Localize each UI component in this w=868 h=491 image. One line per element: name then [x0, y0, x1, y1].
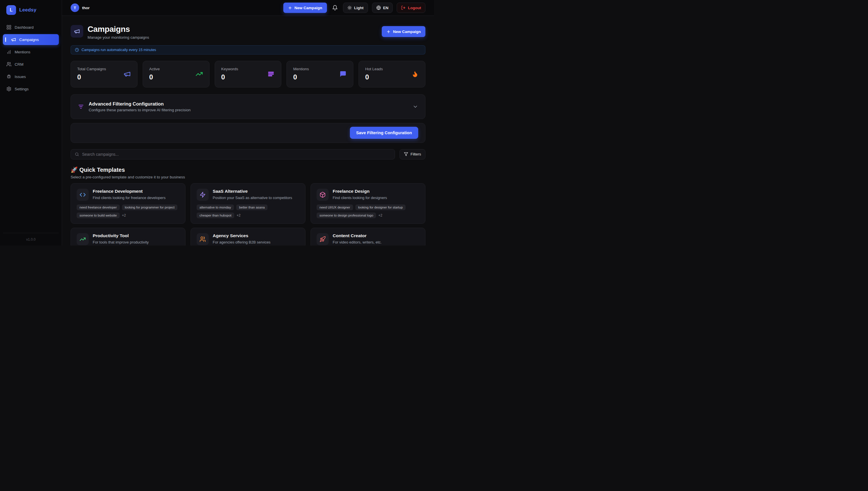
template-tag: better than asana — [236, 204, 268, 210]
theme-toggle-button[interactable]: Light — [343, 3, 368, 13]
template-tag-more: +2 — [378, 213, 382, 218]
filters-button[interactable]: Filters — [400, 149, 425, 160]
stat-value: 0 — [365, 73, 383, 81]
code-icon — [80, 192, 86, 198]
globe-icon — [376, 5, 381, 10]
list-rows-icon — [267, 70, 275, 78]
template-card-productivity-tool[interactable]: Productivity Tool For tools that improve… — [71, 228, 185, 246]
template-icon-box — [317, 189, 329, 201]
template-description: For tools that improve productivity — [93, 240, 149, 244]
topbar: T thor New Campaign Light EN Logout — [62, 0, 434, 16]
stat-label: Mentions — [293, 67, 309, 71]
sidebar-item-settings[interactable]: Settings — [3, 83, 59, 94]
template-description: Find clients looking for freelance devel… — [93, 196, 166, 200]
trending-up-icon — [195, 70, 203, 78]
template-tag: cheaper than hubspot — [197, 212, 234, 218]
template-description: For video editors, writers, etc. — [333, 240, 382, 244]
theme-label: Light — [354, 6, 364, 10]
notifications-button[interactable] — [331, 4, 339, 12]
stat-card-keywords: Keywords 0 — [215, 61, 281, 87]
quick-templates-subtitle: Select a pre-configured template and cus… — [71, 175, 425, 179]
search-icon — [75, 152, 79, 156]
new-campaign-label: New Campaign — [393, 30, 421, 34]
stat-value: 0 — [77, 73, 106, 81]
template-card-freelance-design[interactable]: Freelance Design Find clients looking fo… — [310, 183, 425, 224]
gear-icon — [6, 86, 11, 91]
sidebar-item-campaigns[interactable]: Campaigns — [3, 34, 59, 45]
new-campaign-button-topbar[interactable]: New Campaign — [283, 3, 327, 13]
stat-label: Keywords — [221, 67, 238, 71]
flame-icon — [411, 70, 419, 78]
save-filtering-panel: Save Filtering Configuration — [71, 123, 425, 143]
bell-icon — [332, 5, 338, 10]
stat-value: 0 — [149, 73, 160, 81]
sidebar-item-dashboard[interactable]: Dashboard — [3, 22, 59, 33]
username: thor — [82, 6, 89, 10]
template-description: Find clients looking for designers — [333, 196, 387, 200]
template-title: Freelance Design — [333, 189, 387, 194]
stat-card-total-campaigns: Total Campaigns 0 — [71, 61, 137, 87]
brand-name: Leedsy — [19, 7, 36, 13]
search-input[interactable] — [82, 152, 391, 156]
template-description: For agencies offering B2B services — [213, 240, 270, 244]
stat-label: Active — [149, 67, 160, 71]
plus-icon — [288, 6, 292, 10]
language-button[interactable]: EN — [372, 3, 393, 13]
brand[interactable]: L Leedsy — [3, 0, 59, 22]
page-title: Campaigns — [87, 25, 149, 34]
sidebar-nav: Dashboard Campaigns Mentions CRM Issues … — [3, 22, 59, 94]
chevron-down-icon — [412, 104, 418, 110]
template-tag: need freelance developer — [77, 204, 120, 210]
template-tag-more: +2 — [237, 213, 241, 218]
new-campaign-button-header[interactable]: New Campaign — [382, 26, 425, 37]
sidebar-item-label: Settings — [15, 87, 29, 91]
users-icon — [199, 236, 206, 242]
megaphone-icon — [74, 28, 80, 34]
save-filtering-button[interactable]: Save Filtering Configuration — [350, 127, 418, 139]
template-tag: alternative to monday — [197, 204, 234, 210]
sidebar-item-label: CRM — [15, 62, 24, 66]
app-version: v1.0.0 — [3, 233, 59, 246]
filters-label: Filters — [410, 152, 421, 156]
sidebar-item-label: Mentions — [15, 50, 30, 54]
template-icon-box — [77, 233, 89, 245]
users-icon — [6, 62, 11, 67]
quick-templates-title: 🚀 Quick Templates — [71, 166, 425, 173]
template-title: SaaS Alternative — [213, 189, 292, 194]
sidebar-item-crm[interactable]: CRM — [3, 59, 59, 70]
sidebar-item-label: Dashboard — [15, 25, 34, 30]
advanced-filtering-panel[interactable]: Advanced Filtering Configuration Configu… — [71, 94, 425, 119]
stat-label: Hot Leads — [365, 67, 383, 71]
filtering-title: Advanced Filtering Configuration — [89, 101, 191, 107]
main-content: Campaigns Manage your monitoring campaig… — [62, 16, 434, 246]
template-card-freelance-development[interactable]: Freelance Development Find clients looki… — [71, 183, 185, 224]
stat-value: 0 — [293, 73, 309, 81]
stats-row: Total Campaigns 0 Active 0 Keywords 0 — [71, 61, 425, 87]
templates-grid: Freelance Development Find clients looki… — [71, 183, 425, 246]
sidebar-item-issues[interactable]: Issues — [3, 71, 59, 82]
template-tag: someone to design professional logo — [317, 212, 376, 218]
logout-button[interactable]: Logout — [397, 3, 425, 13]
save-filtering-label: Save Filtering Configuration — [356, 131, 412, 135]
sidebar-item-label: Issues — [15, 75, 26, 79]
quick-templates-header: 🚀 Quick Templates Select a pre-configure… — [71, 166, 425, 179]
filter-lines-icon — [78, 104, 84, 110]
user-menu[interactable]: T thor — [71, 3, 89, 12]
template-tag: need UI/UX designer — [317, 204, 353, 210]
page-subtitle: Manage your monitoring campaigns — [87, 35, 149, 39]
template-tag: looking for designer for startup — [355, 204, 406, 210]
new-campaign-label: New Campaign — [295, 6, 322, 10]
sidebar-item-mentions[interactable]: Mentions — [3, 47, 59, 57]
template-card-agency-services[interactable]: Agency Services For agencies offering B2… — [191, 228, 305, 246]
sidebar-item-label: Campaigns — [19, 37, 39, 42]
sun-icon — [347, 5, 352, 10]
template-title: Productivity Tool — [93, 233, 149, 238]
bar-chart-icon — [6, 49, 11, 55]
template-card-saas-alternative[interactable]: SaaS Alternative Position your SaaS as a… — [191, 183, 305, 224]
stat-card-hot-leads: Hot Leads 0 — [358, 61, 425, 87]
template-card-content-creator[interactable]: Content Creator For video editors, write… — [310, 228, 425, 246]
avatar: T — [71, 3, 79, 12]
funnel-icon — [404, 152, 408, 156]
template-description: Position your SaaS as alternative to com… — [213, 196, 292, 200]
logout-icon — [401, 5, 406, 10]
